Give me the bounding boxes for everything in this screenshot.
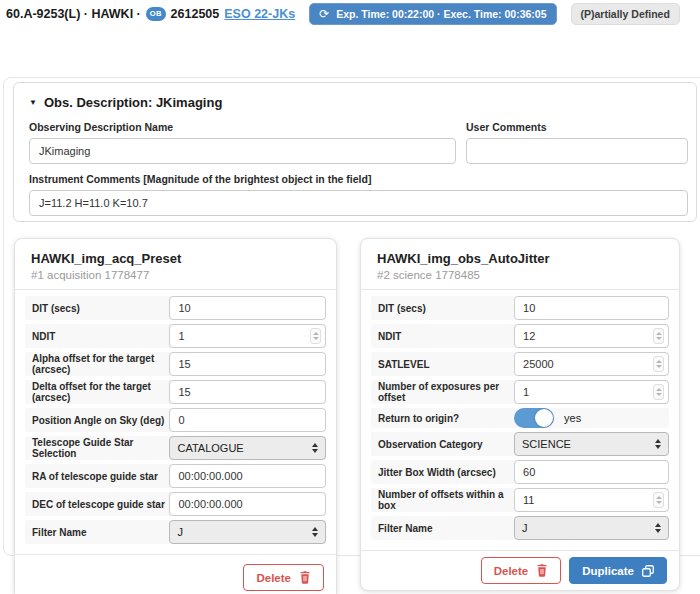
param-label: DIT (secs) bbox=[25, 303, 169, 314]
instrument-comments-input[interactable] bbox=[29, 190, 688, 216]
param-input[interactable] bbox=[169, 408, 326, 432]
exec-time-button[interactable]: ⟳ Exp. Time: 00:22:00 · Exec. Time: 00:3… bbox=[309, 3, 556, 25]
param-input[interactable] bbox=[169, 492, 326, 516]
param-row: Return to origin?yes bbox=[371, 408, 669, 428]
observing-description-name-input[interactable] bbox=[29, 138, 456, 164]
button-label: Duplicate bbox=[582, 565, 634, 577]
param-row: Telescope Guide Star SelectionCATALOGUE bbox=[25, 436, 326, 460]
param-row: Observation CategorySCIENCE bbox=[371, 432, 669, 456]
param-row: Delta offset for the target (arcsec) bbox=[25, 380, 326, 404]
param-row: Filter NameJ bbox=[371, 516, 669, 540]
param-row: DIT (secs) bbox=[25, 296, 326, 320]
copy-icon bbox=[642, 565, 654, 577]
select-arrows-icon bbox=[655, 523, 661, 533]
param-label: DIT (secs) bbox=[371, 303, 514, 314]
button-label: Delete bbox=[256, 572, 291, 584]
button-label: Delete bbox=[494, 565, 529, 577]
ob-id: 2612505 bbox=[171, 7, 220, 21]
select-arrows-icon bbox=[655, 439, 661, 449]
param-row: DEC of telescope guide star bbox=[25, 492, 326, 516]
param-label: NDIT bbox=[25, 331, 169, 342]
param-input[interactable] bbox=[169, 352, 326, 376]
param-label: RA of telescope guide star bbox=[25, 471, 169, 482]
status-badge: (P)artially Defined bbox=[571, 3, 680, 25]
param-select[interactable]: J bbox=[169, 520, 326, 544]
user-comments-input[interactable] bbox=[466, 138, 688, 164]
duplicate-button[interactable]: Duplicate bbox=[569, 557, 667, 584]
select-value: SCIENCE bbox=[522, 438, 571, 450]
toggle-switch[interactable] bbox=[514, 408, 554, 428]
trash-icon bbox=[299, 571, 311, 584]
stepper-icon[interactable] bbox=[653, 492, 664, 508]
param-label: Number of exposures per offset bbox=[371, 381, 514, 403]
param-number-input[interactable] bbox=[514, 488, 669, 512]
template-subtitle: #1 acquisition 1778477 bbox=[31, 269, 320, 281]
param-row: Alpha offset for the target (arcsec) bbox=[25, 352, 326, 376]
param-label: Delta offset for the target (arcsec) bbox=[25, 381, 169, 403]
param-row: Number of exposures per offset bbox=[371, 380, 669, 404]
param-label: Return to origin? bbox=[371, 413, 514, 424]
template-card: HAWKI_img_acq_Preset#1 acquisition 17784… bbox=[14, 238, 337, 594]
toggle-label: yes bbox=[564, 412, 581, 424]
param-select[interactable]: CATALOGUE bbox=[169, 436, 326, 460]
obs-description-collapse-toggle[interactable]: ▼ Obs. Description: JKimaging bbox=[29, 95, 688, 110]
param-row: Position Angle on Sky (deg) bbox=[25, 408, 326, 432]
select-arrows-icon bbox=[312, 443, 318, 453]
param-label: Number of offsets within a box bbox=[371, 489, 514, 511]
param-input[interactable] bbox=[169, 296, 326, 320]
param-row: Filter NameJ bbox=[25, 520, 326, 544]
obs-description-title: Obs. Description: JKimaging bbox=[44, 95, 222, 110]
param-row: RA of telescope guide star bbox=[25, 464, 326, 488]
stepper-icon[interactable] bbox=[310, 328, 321, 344]
param-number-input[interactable] bbox=[169, 324, 326, 348]
param-label: SATLEVEL bbox=[371, 359, 514, 370]
param-row: Number of offsets within a box bbox=[371, 488, 669, 512]
param-label: Position Angle on Sky (deg) bbox=[25, 415, 169, 426]
time-pill-label: Exp. Time: 00:22:00 · Exec. Time: 00:36:… bbox=[336, 8, 546, 20]
param-row: Jitter Box Width (arcsec) bbox=[371, 460, 669, 484]
param-row: NDIT bbox=[371, 324, 669, 348]
param-number-input[interactable] bbox=[514, 324, 669, 348]
param-label: Filter Name bbox=[371, 523, 514, 534]
param-row: DIT (secs) bbox=[371, 296, 669, 320]
caret-down-icon: ▼ bbox=[29, 98, 37, 107]
refresh-icon: ⟳ bbox=[319, 8, 329, 20]
param-label: Alpha offset for the target (arcsec) bbox=[25, 353, 169, 375]
param-label: DEC of telescope guide star bbox=[25, 499, 169, 510]
ob-name-link[interactable]: ESO 22-JKs bbox=[224, 7, 295, 21]
template-card: HAWKI_img_obs_AutoJitter#2 science 17784… bbox=[360, 238, 680, 591]
delete-button[interactable]: Delete bbox=[243, 564, 324, 591]
stepper-icon[interactable] bbox=[653, 328, 664, 344]
param-label: Jitter Box Width (arcsec) bbox=[371, 467, 514, 478]
param-label: Telescope Guide Star Selection bbox=[25, 437, 169, 459]
stepper-icon[interactable] bbox=[653, 356, 664, 372]
instrument-comments-label: Instrument Comments [Magnitude of the br… bbox=[29, 173, 688, 185]
select-value: J bbox=[522, 522, 528, 534]
param-select[interactable]: J bbox=[514, 516, 669, 540]
template-title: HAWKI_img_obs_AutoJitter bbox=[377, 251, 663, 266]
template-subtitle: #2 science 1778485 bbox=[377, 269, 663, 281]
param-select[interactable]: SCIENCE bbox=[514, 432, 669, 456]
delete-button[interactable]: Delete bbox=[481, 557, 562, 584]
param-number-input[interactable] bbox=[514, 352, 669, 376]
ob-badge: OB bbox=[146, 7, 166, 21]
param-input[interactable] bbox=[514, 460, 669, 484]
param-input[interactable] bbox=[169, 464, 326, 488]
param-row: NDIT bbox=[25, 324, 326, 348]
param-input[interactable] bbox=[514, 296, 669, 320]
run-and-instrument-label: 60.A-9253(L) · HAWKI · bbox=[6, 7, 141, 21]
select-arrows-icon bbox=[312, 527, 318, 537]
param-number-input[interactable] bbox=[514, 380, 669, 404]
param-input[interactable] bbox=[169, 380, 326, 404]
param-label: Observation Category bbox=[371, 439, 514, 450]
observing-description-name-label: Observing Description Name bbox=[29, 121, 456, 133]
ob-header: 60.A-9253(L) · HAWKI · OB 2612505 ESO 22… bbox=[6, 3, 680, 25]
param-label: Filter Name bbox=[25, 527, 169, 538]
trash-icon bbox=[536, 564, 548, 577]
select-value: J bbox=[177, 526, 183, 538]
user-comments-label: User Comments bbox=[466, 121, 688, 133]
stepper-icon[interactable] bbox=[653, 384, 664, 400]
param-label: NDIT bbox=[371, 331, 514, 342]
template-title: HAWKI_img_acq_Preset bbox=[31, 251, 320, 266]
select-value: CATALOGUE bbox=[177, 442, 243, 454]
